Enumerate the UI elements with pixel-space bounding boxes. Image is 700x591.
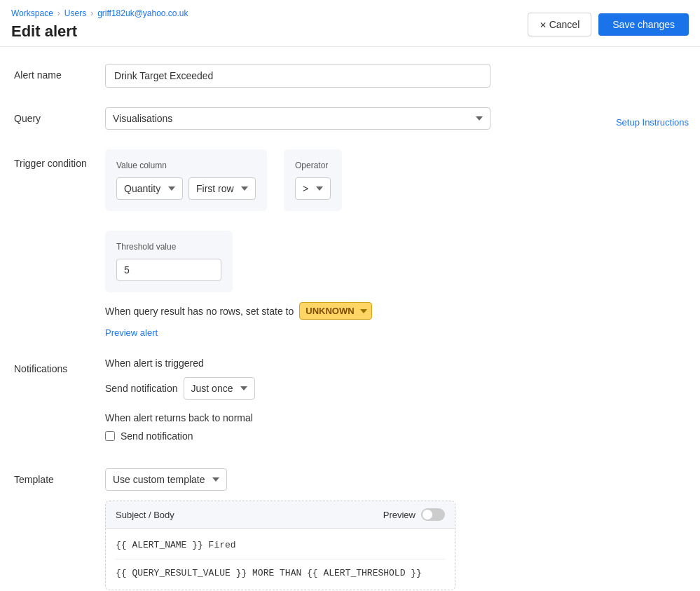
notifications-label: Notifications: [14, 358, 105, 374]
alert-name-row: Alert name: [14, 64, 686, 88]
notifications-section: When alert is triggered Send notificatio…: [105, 358, 686, 442]
when-normal-title: When alert returns back to normal: [105, 412, 686, 423]
code-line-2: {{ QUERY_RESULT_VALUE }} MORE THAN {{ AL…: [116, 565, 445, 581]
template-editor: Subject / Body Preview {{ ALERT_NAME }} …: [105, 501, 455, 590]
template-editor-header: Subject / Body Preview: [106, 501, 455, 529]
threshold-box: Threshold value: [105, 231, 233, 292]
preview-toggle-row: Preview: [383, 508, 445, 521]
trigger-control: Value column Quantity First row Operator…: [105, 149, 686, 338]
header-section: Workspace › Users › griff182uk@yahoo.co.…: [0, 0, 700, 47]
value-column-box: Value column Quantity First row: [105, 149, 267, 211]
template-control: Use custom template Subject / Body Previ…: [105, 468, 686, 590]
breadcrumb-users[interactable]: Users: [64, 8, 86, 18]
query-select[interactable]: Visualisations: [105, 107, 490, 130]
unknown-select[interactable]: UNKNOWN: [299, 302, 372, 320]
breadcrumb-sep1: ›: [57, 8, 60, 18]
header-actions: ✕ Cancel Save changes: [528, 13, 689, 36]
just-once-select[interactable]: Just once: [184, 377, 255, 400]
header-bar: Workspace › Users › griff182uk@yahoo.co.…: [0, 0, 700, 47]
send-notification-row: Send notification Just once: [105, 377, 686, 400]
breadcrumb-workspace[interactable]: Workspace: [11, 8, 53, 18]
setup-instructions-link[interactable]: Setup Instructions: [616, 117, 689, 128]
value-column-label: Value column: [116, 161, 256, 170]
save-button[interactable]: Save changes: [598, 13, 689, 36]
page-title: Edit alert: [11, 22, 188, 41]
query-row: Query Visualisations: [14, 107, 686, 130]
preview-alert-link[interactable]: Preview alert: [105, 327, 158, 338]
threshold-input[interactable]: [116, 259, 221, 281]
value-column-select[interactable]: Quantity: [116, 177, 183, 200]
no-rows-text: When query result has no rows, set state…: [105, 306, 294, 317]
header-left: Workspace › Users › griff182uk@yahoo.co.…: [11, 8, 188, 41]
breadcrumb: Workspace › Users › griff182uk@yahoo.co.…: [11, 8, 188, 18]
alert-name-label: Alert name: [14, 64, 105, 81]
alert-name-input[interactable]: [105, 64, 490, 88]
send-notification-label: Send notification: [105, 383, 178, 394]
when-triggered-title: When alert is triggered: [105, 358, 686, 369]
code-separator: [116, 559, 445, 559]
preview-toggle-label: Preview: [383, 510, 416, 520]
form-area: Setup Instructions Alert name Query Visu…: [0, 47, 700, 591]
operator-box: Operator >: [284, 149, 342, 211]
notifications-control: When alert is triggered Send notificatio…: [105, 358, 686, 449]
x-icon: ✕: [540, 20, 547, 30]
template-row: Template Use custom template Subject / B…: [14, 468, 686, 590]
alert-returns-section: When alert returns back to normal Send n…: [105, 412, 686, 442]
template-code-area: {{ ALERT_NAME }} Fired {{ QUERY_RESULT_V…: [106, 529, 455, 590]
trigger-row: Trigger condition Value column Quantity …: [14, 149, 686, 338]
trigger-label: Trigger condition: [14, 149, 105, 169]
query-control: Visualisations: [105, 107, 686, 130]
template-select[interactable]: Use custom template: [105, 468, 227, 491]
send-notification-checkbox[interactable]: [105, 431, 115, 441]
no-rows-row: When query result has no rows, set state…: [105, 302, 686, 320]
subject-body-label: Subject / Body: [116, 510, 174, 520]
cancel-label: Cancel: [549, 19, 580, 30]
send-notification-checkbox-label: Send notification: [121, 430, 193, 442]
cancel-button[interactable]: ✕ Cancel: [528, 13, 591, 36]
code-line-1: {{ ALERT_NAME }} Fired: [116, 537, 445, 553]
threshold-label: Threshold value: [116, 242, 221, 252]
notifications-row: Notifications When alert is triggered Se…: [14, 358, 686, 449]
checkbox-row: Send notification: [105, 430, 686, 442]
breadcrumb-email[interactable]: griff182uk@yahoo.co.uk: [97, 8, 188, 18]
first-row-select[interactable]: First row: [188, 177, 256, 200]
breadcrumb-sep2: ›: [90, 8, 93, 18]
query-label: Query: [14, 107, 105, 124]
preview-toggle[interactable]: [421, 508, 445, 521]
operator-select[interactable]: >: [295, 177, 331, 200]
trigger-selects: Quantity First row: [116, 177, 256, 200]
alert-name-control: [105, 64, 686, 88]
operator-label: Operator: [295, 161, 331, 170]
template-label: Template: [14, 468, 105, 485]
